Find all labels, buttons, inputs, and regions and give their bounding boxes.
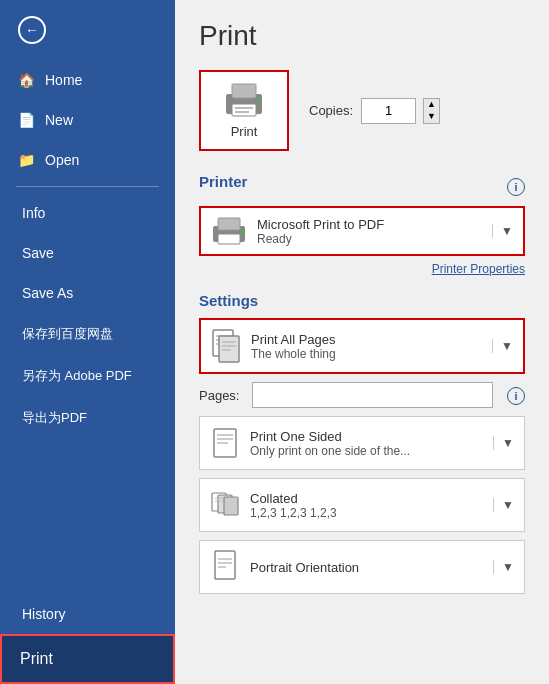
one-sided-icon	[210, 425, 240, 461]
copies-down-button[interactable]: ▼	[424, 111, 439, 123]
home-label: Home	[45, 72, 82, 88]
printer-properties-link[interactable]: Printer Properties	[199, 262, 525, 276]
sidebar-item-open[interactable]: 📁 Open	[0, 140, 175, 180]
sidebar-item-baidu[interactable]: 保存到百度网盘	[0, 313, 175, 355]
sidebar-item-home[interactable]: 🏠 Home	[0, 60, 175, 100]
printer-section: Printer i Microsoft Print to PDF Ready ▼…	[199, 173, 525, 276]
printer-dropdown-arrow: ▼	[492, 224, 513, 238]
printer-status: Ready	[257, 232, 492, 246]
one-sided-main: Print One Sided	[250, 429, 493, 444]
svg-rect-2	[232, 104, 256, 116]
settings-section-header: Settings	[199, 292, 258, 309]
open-label: Open	[45, 152, 79, 168]
svg-rect-24	[224, 497, 238, 515]
print-label: Print	[231, 124, 258, 139]
orientation-row[interactable]: Portrait Orientation ▼	[199, 540, 525, 594]
pages-info-icon[interactable]: i	[507, 387, 525, 405]
svg-point-9	[239, 230, 243, 234]
sidebar-print-button[interactable]: Print	[0, 634, 175, 684]
svg-rect-14	[219, 336, 239, 362]
collated-info: Collated 1,2,3 1,2,3 1,2,3	[250, 491, 493, 520]
collated-arrow: ▼	[493, 498, 514, 512]
print-all-pages-arrow: ▼	[492, 339, 513, 353]
printer-name: Microsoft Print to PDF	[257, 217, 492, 232]
sidebar-item-save-as[interactable]: Save As	[0, 273, 175, 313]
sidebar-item-info[interactable]: Info	[0, 193, 175, 233]
collated-sub: 1,2,3 1,2,3 1,2,3	[250, 506, 493, 520]
new-icon: 📄	[18, 112, 35, 128]
print-button-box[interactable]: Print	[199, 70, 289, 151]
printer-info-icon[interactable]: i	[507, 178, 525, 196]
sidebar-item-history[interactable]: History	[0, 594, 175, 634]
settings-section: Settings Print All Pages The whole thing…	[199, 292, 525, 594]
page-title: Print	[199, 20, 525, 52]
svg-rect-8	[218, 234, 240, 244]
pages-row: Pages: i	[199, 382, 525, 408]
copies-label: Copies:	[309, 103, 353, 118]
printer-dropdown[interactable]: Microsoft Print to PDF Ready ▼	[199, 206, 525, 256]
printer-info: Microsoft Print to PDF Ready	[257, 217, 492, 246]
collated-row[interactable]: Collated 1,2,3 1,2,3 1,2,3 ▼	[199, 478, 525, 532]
print-one-sided-row[interactable]: Print One Sided Only print on one side o…	[199, 416, 525, 470]
orientation-icon	[210, 549, 240, 585]
sidebar-divider	[16, 186, 159, 187]
open-icon: 📁	[18, 152, 35, 168]
svg-rect-4	[235, 111, 249, 113]
back-icon: ←	[18, 16, 46, 44]
home-icon: 🏠	[18, 72, 35, 88]
pages-input[interactable]	[252, 382, 493, 408]
print-all-pages-info: Print All Pages The whole thing	[251, 332, 492, 361]
svg-rect-3	[235, 107, 253, 109]
collated-main: Collated	[250, 491, 493, 506]
sidebar-item-save[interactable]: Save	[0, 233, 175, 273]
print-action-area: Print Copies: ▲ ▼	[199, 70, 525, 151]
collated-icon	[210, 487, 240, 523]
copies-spinner: ▲ ▼	[423, 98, 440, 124]
printer-small-icon	[211, 216, 247, 246]
main-content: Print Print Copies: ▲ ▼ Printer	[175, 0, 549, 684]
printer-icon	[222, 82, 266, 118]
sidebar-item-new[interactable]: 📄 New	[0, 100, 175, 140]
print-all-pages-sub: The whole thing	[251, 347, 492, 361]
one-sided-sub: Only print on one side of the...	[250, 444, 493, 458]
copies-area: Copies: ▲ ▼	[309, 98, 440, 124]
copies-input[interactable]	[361, 98, 416, 124]
orientation-main: Portrait Orientation	[250, 560, 493, 575]
sidebar: ← 🏠 Home 📄 New 📁 Open Info Save Save As …	[0, 0, 175, 684]
new-label: New	[45, 112, 73, 128]
printer-section-header: Printer	[199, 173, 247, 190]
one-sided-info: Print One Sided Only print on one side o…	[250, 429, 493, 458]
orientation-info: Portrait Orientation	[250, 560, 493, 575]
svg-rect-7	[218, 218, 240, 230]
back-button[interactable]: ←	[0, 0, 175, 60]
pages-label: Pages:	[199, 388, 244, 403]
sidebar-item-adobe[interactable]: 另存为 Adobe PDF	[0, 355, 175, 397]
print-all-pages-main: Print All Pages	[251, 332, 492, 347]
svg-point-5	[255, 99, 259, 103]
orientation-arrow: ▼	[493, 560, 514, 574]
one-sided-arrow: ▼	[493, 436, 514, 450]
sidebar-item-export-pdf[interactable]: 导出为PDF	[0, 397, 175, 439]
copies-up-button[interactable]: ▲	[424, 99, 439, 111]
svg-rect-1	[232, 84, 256, 98]
print-all-pages-row[interactable]: Print All Pages The whole thing ▼	[199, 318, 525, 374]
svg-rect-27	[215, 551, 235, 579]
pages-icon	[211, 328, 241, 364]
